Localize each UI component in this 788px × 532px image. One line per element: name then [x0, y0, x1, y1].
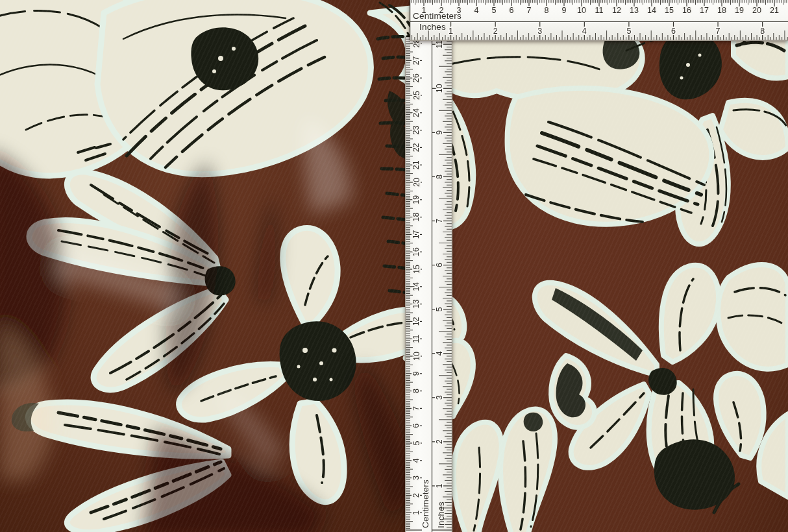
cm-number: 20: [752, 6, 761, 15]
inch-number: 3: [436, 395, 445, 400]
cm-number: 18: [412, 213, 421, 222]
cm-number: 25: [412, 91, 421, 100]
cm-number: 14: [647, 6, 656, 15]
cm-number: 17: [700, 6, 709, 15]
vertical-ruler-scale: Centimeters Inches 123456789101112131415…: [405, 37, 452, 532]
flower-motif: [508, 88, 712, 224]
cm-number: 19: [412, 195, 421, 204]
cm-number: 14: [412, 282, 421, 291]
cm-number: 26: [412, 73, 421, 82]
cm-number: 10: [412, 352, 421, 361]
vertical-ruler: Centimeters Inches 123456789101112131415…: [405, 37, 452, 532]
cm-number: 7: [527, 6, 532, 15]
inch-unit-label: Inches: [419, 22, 446, 32]
cm-number: 8: [545, 6, 549, 15]
cm-number: 7: [412, 406, 421, 411]
inch-number: 4: [582, 27, 587, 36]
cm-number: 16: [412, 247, 421, 256]
cm-number: 10: [577, 6, 586, 15]
cm-number: 6: [510, 6, 514, 15]
cm-number: 12: [412, 317, 421, 326]
cm-number: 8: [412, 389, 421, 393]
inch-number: 2: [493, 27, 498, 36]
fabric-photo-flat: [428, 0, 788, 532]
horizontal-ruler: Centimeters Inches 123456789101112131415…: [410, 0, 788, 41]
inch-ticks: [432, 39, 452, 530]
cm-number: 20: [412, 178, 421, 187]
fabric-product-photo: Centimeters Inches 123456789101112131415…: [0, 0, 788, 532]
cm-number: 15: [412, 265, 421, 274]
inch-number: 8: [436, 175, 445, 179]
cm-number: 15: [665, 6, 674, 15]
cm-number: 5: [412, 441, 421, 445]
cm-number: 3: [412, 476, 421, 480]
inch-ticks: [412, 22, 788, 41]
cm-number: 21: [412, 160, 421, 169]
inch-number: 7: [716, 27, 720, 36]
cm-number: 9: [412, 371, 421, 376]
cm-unit-label: Centimeters: [413, 11, 462, 21]
cm-number: 19: [735, 6, 744, 15]
cm-unit-label: Centimeters: [421, 479, 430, 528]
inch-number: 3: [537, 27, 542, 36]
cm-number: 27: [412, 56, 421, 65]
cm-number: 12: [612, 6, 621, 15]
inch-number: 8: [760, 27, 765, 36]
cm-number: 13: [630, 6, 639, 15]
inch-number: 1: [449, 27, 453, 36]
cm-number: 6: [412, 424, 421, 428]
flat-fabric-illustration: [428, 0, 788, 532]
inch-number: 2: [436, 439, 445, 444]
cm-number: 18: [717, 6, 726, 15]
inch-number: 1: [436, 483, 445, 488]
inch-number: 10: [436, 84, 445, 93]
inch-number: 6: [671, 27, 676, 36]
cm-number: 24: [412, 108, 421, 117]
draped-fabric-illustration: [0, 0, 428, 532]
cm-number: 11: [412, 335, 421, 343]
fabric-photo-draped: [0, 0, 428, 532]
cm-number: 2: [412, 493, 421, 498]
inch-unit-label: Inches: [436, 502, 446, 528]
inch-number: 5: [436, 307, 445, 311]
inch-numbers: 1234567891011: [436, 40, 445, 489]
cm-number: 3: [457, 6, 462, 15]
cm-number: 9: [562, 6, 567, 15]
cm-number: 22: [412, 143, 421, 152]
cm-number: 17: [412, 230, 421, 239]
inch-number: 4: [436, 351, 445, 356]
cm-number: 23: [412, 126, 421, 135]
cm-number: 1: [422, 6, 426, 15]
cm-numbers: 1234567891011121314151617181920212223242…: [412, 39, 421, 515]
inch-number: 11: [436, 40, 445, 49]
cm-number: 1: [412, 511, 421, 515]
cm-number: 5: [492, 6, 497, 15]
inch-number: 7: [436, 219, 445, 223]
cm-number: 16: [682, 6, 691, 15]
cm-number: 13: [412, 300, 421, 309]
inch-number: 6: [436, 263, 445, 267]
horizontal-ruler-scale: Centimeters Inches 123456789101112131415…: [410, 0, 788, 41]
cm-number: 4: [412, 458, 421, 463]
cm-number: 21: [770, 6, 779, 15]
inch-number: 5: [626, 27, 631, 36]
cm-number: 11: [595, 6, 604, 15]
inch-number: 9: [436, 130, 445, 135]
cm-number: 4: [474, 6, 479, 15]
cm-numbers: 123456789101112131415161718192021: [422, 6, 779, 15]
cm-number: 2: [439, 6, 444, 15]
